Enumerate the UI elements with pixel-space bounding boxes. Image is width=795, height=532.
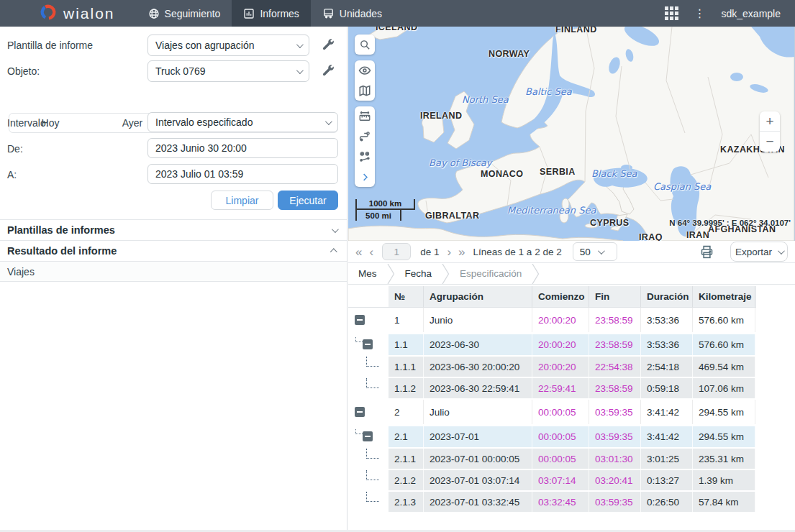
row-tree-cell bbox=[348, 492, 389, 512]
map-view-box bbox=[355, 60, 375, 101]
export-button[interactable]: Exportar bbox=[730, 242, 788, 262]
pager-bar: « ‹ 1 de 1 › » Líneas de 1 a 2 de 2 50 E… bbox=[348, 241, 795, 263]
print-icon[interactable] bbox=[699, 244, 714, 260]
col-header-agrupacion: Agrupación bbox=[424, 286, 532, 307]
end-time-cell: 23:58:59 bbox=[589, 378, 641, 398]
chevron-down-icon bbox=[598, 247, 605, 254]
mileage-cell: 576.60 km bbox=[693, 308, 755, 332]
next-page-button[interactable]: › bbox=[445, 246, 453, 258]
results-pane: ICELANDFINLANDNORWAYBaltic SeaNorth SeaI… bbox=[348, 27, 795, 532]
tab-fecha[interactable]: Fecha bbox=[399, 268, 438, 279]
tab-separator bbox=[532, 264, 540, 284]
zoom-in-button[interactable]: + bbox=[760, 111, 780, 132]
map-label-iran: IRAN bbox=[686, 230, 709, 240]
tab-mes[interactable]: Mes bbox=[353, 268, 383, 279]
row-tree-cell bbox=[348, 378, 389, 398]
template-select[interactable]: Viajes con agrupación bbox=[147, 35, 309, 56]
template-wrench-icon[interactable] bbox=[321, 37, 337, 53]
tree-connector bbox=[355, 337, 363, 342]
row-tree-cell bbox=[348, 449, 389, 469]
col-header-fin: Fin bbox=[589, 286, 641, 307]
chevron-down-icon bbox=[325, 118, 332, 125]
track-points-icon[interactable] bbox=[355, 147, 375, 167]
tree-branch-line bbox=[366, 449, 379, 459]
search-icon[interactable] bbox=[355, 35, 375, 55]
grouping-cell: 2023-06-30 20:00:20 bbox=[424, 357, 532, 377]
map-label-iceland: ICELAND bbox=[376, 27, 417, 32]
start-time-cell: 22:59:41 bbox=[532, 378, 589, 398]
object-select[interactable]: Truck 0769 bbox=[147, 60, 309, 82]
first-page-button[interactable]: « bbox=[354, 246, 363, 258]
mileage-cell: 469.54 km bbox=[693, 357, 755, 377]
to-date-input[interactable]: 2023 Julio 01 03:59 bbox=[147, 164, 338, 184]
interval-select[interactable]: Intervalo especificado bbox=[147, 112, 338, 132]
end-time-cell: 03:59:35 bbox=[589, 400, 641, 424]
col-header-num: № bbox=[389, 286, 424, 307]
template-select-value: Viajes con agrupación bbox=[155, 40, 255, 51]
table-body: 1Junio20:00:2023:58:593:53:36576.60 km1.… bbox=[348, 308, 795, 512]
start-time-cell: 03:07:14 bbox=[532, 470, 589, 490]
duration-cell: 0:59:18 bbox=[641, 378, 693, 398]
execute-button[interactable]: Ejecutar bbox=[278, 191, 338, 210]
nav-informes[interactable]: Informes bbox=[232, 0, 310, 27]
map-canvas[interactable]: ICELANDFINLANDNORWAYBaltic SeaNorth SeaI… bbox=[348, 27, 795, 241]
section-report-templates[interactable]: Plantillas de informes bbox=[0, 219, 347, 240]
last-page-button[interactable]: » bbox=[457, 246, 466, 258]
start-time-cell: 20:00:20 bbox=[532, 357, 589, 377]
grouping-cell: Julio bbox=[424, 400, 532, 424]
result-item-viajes[interactable]: Viajes bbox=[0, 261, 347, 282]
map-search-box bbox=[355, 35, 375, 55]
row-number-cell: 1.1 bbox=[389, 334, 424, 355]
zoom-out-button[interactable]: − bbox=[760, 132, 780, 152]
map-label-mediterranean-sea: Mediterranean Sea bbox=[507, 205, 596, 216]
col-header-comienzo: Comienzo bbox=[532, 286, 589, 307]
more-menu-icon[interactable]: ⋮ bbox=[694, 8, 706, 19]
clear-button[interactable]: Limpiar bbox=[211, 191, 273, 210]
mileage-cell: 294.55 km bbox=[693, 426, 755, 447]
tab-separator bbox=[442, 264, 450, 284]
map-layers-icon[interactable] bbox=[355, 81, 375, 101]
mileage-cell: 576.60 km bbox=[693, 334, 755, 355]
collapse-row-button[interactable] bbox=[355, 407, 365, 417]
section-label: Plantillas de informes bbox=[7, 224, 115, 236]
collapse-row-button[interactable] bbox=[363, 431, 373, 441]
grouping-cell: Junio bbox=[424, 308, 532, 332]
object-wrench-icon[interactable] bbox=[321, 63, 337, 79]
duration-cell: 3:53:36 bbox=[641, 334, 693, 355]
tab-especificacion[interactable]: Especificación bbox=[454, 268, 527, 279]
duration-cell: 0:26:50 bbox=[641, 492, 693, 512]
report-sheet-tabs: Mes Fecha Especificación bbox=[348, 263, 795, 285]
nav-seguimiento[interactable]: Seguimiento bbox=[137, 0, 232, 27]
map-label-gibraltar: GIBRALTAR bbox=[425, 211, 479, 221]
row-number-cell: 1.1.2 bbox=[389, 378, 424, 398]
row-tree-cell bbox=[348, 308, 389, 332]
visibility-eye-icon[interactable] bbox=[355, 60, 375, 81]
from-date-input[interactable]: 2023 Junio 30 20:00 bbox=[147, 138, 338, 158]
start-time-cell: 20:00:20 bbox=[532, 308, 589, 332]
table-row: 1.1.12023-06-30 20:00:2020:00:2022:54:38… bbox=[348, 357, 756, 377]
collapse-row-button[interactable] bbox=[355, 315, 365, 325]
apps-grid-icon[interactable] bbox=[665, 6, 678, 20]
user-account[interactable]: sdk_example bbox=[722, 8, 781, 19]
nav-unidades[interactable]: Unidades bbox=[311, 0, 394, 27]
wialon-logo[interactable]: wialon bbox=[0, 0, 137, 27]
lines-range-label: Líneas de 1 a 2 de 2 bbox=[471, 247, 564, 257]
duration-cell: 2:54:18 bbox=[641, 357, 693, 377]
end-time-cell: 23:58:59 bbox=[589, 308, 641, 332]
table-header-row: № Agrupación Comienzo Fin Duración Kilom… bbox=[348, 286, 756, 308]
measure-distance-icon[interactable] bbox=[355, 106, 375, 127]
page-size-select[interactable]: 50 bbox=[573, 242, 617, 261]
route-track-icon[interactable] bbox=[355, 127, 375, 147]
scale-mi-label: 500 mi bbox=[355, 210, 401, 221]
report-config-panel: Plantilla de informe Viajes con agrupaci… bbox=[0, 27, 347, 532]
expand-toolbar-chevron-icon[interactable] bbox=[355, 167, 375, 187]
page-number-input[interactable]: 1 bbox=[382, 243, 411, 260]
duration-cell: 3:41:42 bbox=[641, 426, 693, 447]
section-report-result[interactable]: Resultado del informe bbox=[0, 240, 347, 261]
mileage-cell: 107.06 km bbox=[693, 378, 755, 398]
map-label-black-sea: Black Sea bbox=[591, 168, 637, 179]
row-number-cell: 2.1.2 bbox=[389, 470, 424, 490]
map-label-ireland: IRELAND bbox=[420, 111, 462, 121]
collapse-row-button[interactable] bbox=[363, 339, 373, 349]
prev-page-button[interactable]: ‹ bbox=[368, 246, 375, 258]
